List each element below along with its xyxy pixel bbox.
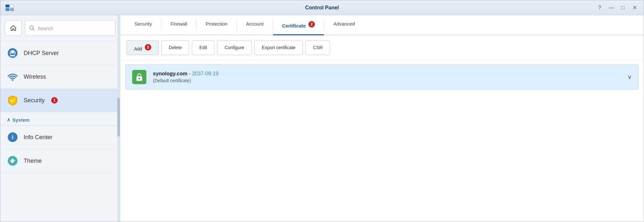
toolbar: Add 3 Delete Edit Configure Export certi… bbox=[120, 35, 644, 61]
csr-button[interactable]: CSR bbox=[305, 40, 330, 55]
sidebar-item-wireless-label: Wireless bbox=[24, 73, 46, 80]
tab-certificate[interactable]: Certificate 2 bbox=[273, 15, 324, 35]
cert-lock-icon bbox=[132, 70, 146, 84]
certificate-tab-badge: 2 bbox=[308, 21, 315, 28]
edit-button[interactable]: Edit bbox=[192, 40, 214, 55]
svg-point-0 bbox=[30, 26, 33, 29]
window-title: Control Panel bbox=[305, 5, 339, 11]
search-box[interactable]: Search bbox=[25, 20, 115, 36]
svg-line-1 bbox=[33, 29, 35, 31]
add-button-badge: 3 bbox=[145, 44, 151, 50]
sidebar-item-security-label: Security bbox=[24, 97, 45, 104]
sidebar-item-info-label: Info Center bbox=[24, 134, 52, 141]
add-button[interactable]: Add 3 bbox=[127, 40, 159, 55]
sidebar-item-wireless[interactable]: Wireless bbox=[0, 65, 120, 89]
tab-advanced[interactable]: Advanced bbox=[324, 15, 364, 35]
cert-info: synology.com - 2037-09-19 (Default certi… bbox=[153, 71, 621, 83]
tab-protection[interactable]: Protection bbox=[197, 15, 237, 35]
sidebar-item-dhcp[interactable]: DHCP Server bbox=[0, 41, 120, 65]
info-icon: i bbox=[7, 131, 18, 143]
titlebar: Control Panel ? — □ ✕ bbox=[0, 0, 644, 15]
wireless-icon bbox=[7, 71, 18, 83]
cert-sub: (Default certificate) bbox=[153, 78, 621, 83]
sidebar-header: Search bbox=[0, 15, 120, 41]
certificate-list: synology.com - 2037-09-19 (Default certi… bbox=[120, 61, 644, 222]
security-icon bbox=[7, 94, 18, 106]
cert-date: 2037-09-19 bbox=[192, 71, 219, 76]
dhcp-icon bbox=[7, 47, 18, 59]
export-button[interactable]: Export certificate bbox=[254, 40, 303, 55]
svg-point-6 bbox=[12, 79, 14, 81]
cert-chevron-icon[interactable]: ∨ bbox=[627, 73, 632, 81]
lock-icon bbox=[135, 72, 144, 82]
security-badge: 1 bbox=[51, 97, 58, 104]
maximize-button[interactable]: □ bbox=[619, 4, 627, 12]
sidebar-item-theme[interactable]: Theme bbox=[0, 149, 120, 173]
search-icon bbox=[29, 25, 35, 31]
sidebar: Search DHCP Server bbox=[0, 15, 120, 222]
help-button[interactable]: ? bbox=[596, 4, 604, 12]
tab-bar: Security Firewall Protection Account Cer… bbox=[120, 15, 644, 35]
svg-text:i: i bbox=[12, 134, 13, 140]
home-button[interactable] bbox=[5, 20, 22, 36]
svg-point-11 bbox=[11, 160, 14, 162]
tab-firewall[interactable]: Firewall bbox=[161, 15, 196, 35]
main-area: Search DHCP Server bbox=[0, 15, 644, 222]
tab-security[interactable]: Security bbox=[125, 15, 161, 35]
sidebar-scrollbar[interactable] bbox=[117, 15, 120, 222]
search-placeholder: Search bbox=[38, 26, 53, 31]
sidebar-item-dhcp-label: DHCP Server bbox=[24, 50, 59, 57]
sidebar-scrollbar-thumb bbox=[117, 98, 120, 137]
sidebar-item-theme-label: Theme bbox=[24, 158, 42, 164]
app-icon-area bbox=[6, 3, 17, 12]
collapse-icon[interactable]: ∧ bbox=[7, 117, 10, 123]
close-button[interactable]: ✕ bbox=[631, 4, 638, 12]
system-section-label: System bbox=[12, 117, 29, 123]
certificate-item[interactable]: synology.com - 2037-09-19 (Default certi… bbox=[125, 64, 638, 90]
window-controls: ? — □ ✕ bbox=[596, 4, 638, 12]
delete-button[interactable]: Delete bbox=[161, 40, 189, 55]
configure-button[interactable]: Configure bbox=[217, 40, 252, 55]
main-window: Control Panel ? — □ ✕ bbox=[0, 0, 644, 222]
content-panel: Security Firewall Protection Account Cer… bbox=[120, 15, 644, 222]
cert-name: synology.com - 2037-09-19 bbox=[153, 71, 621, 77]
app-icon bbox=[6, 3, 17, 12]
home-icon bbox=[9, 24, 17, 32]
theme-icon bbox=[7, 155, 18, 167]
sidebar-item-info[interactable]: i Info Center bbox=[0, 126, 120, 149]
minimize-button[interactable]: — bbox=[607, 4, 615, 12]
system-section-header: ∧ System bbox=[0, 112, 120, 126]
svg-point-13 bbox=[139, 78, 140, 79]
sidebar-item-security[interactable]: Security 1 bbox=[0, 89, 120, 112]
tab-account[interactable]: Account bbox=[237, 15, 272, 35]
